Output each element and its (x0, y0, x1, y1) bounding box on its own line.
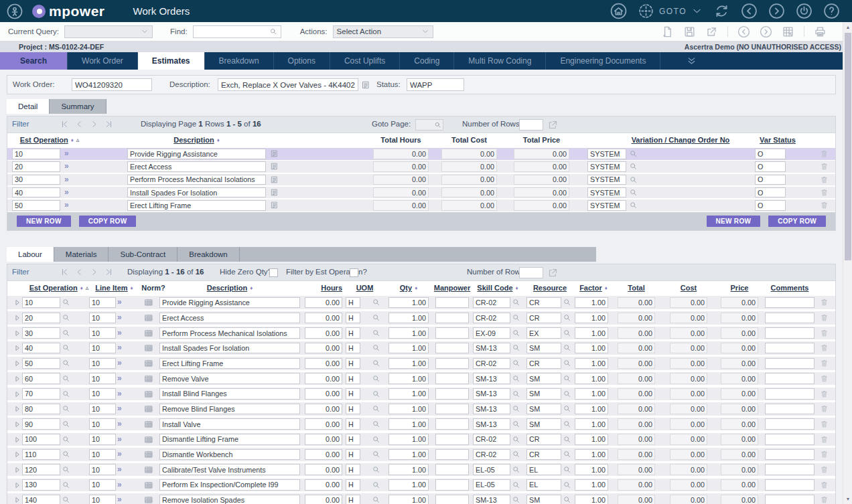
nav-tab[interactable]: Work Order (68, 52, 138, 70)
description-input[interactable] (159, 479, 300, 491)
resource-input[interactable] (526, 418, 561, 430)
manpower-input[interactable] (435, 418, 469, 430)
search-icon[interactable] (512, 420, 520, 428)
search-icon[interactable] (512, 495, 520, 504)
search-icon[interactable] (372, 435, 380, 444)
table-row[interactable] (7, 402, 835, 416)
manpower-input[interactable] (435, 404, 469, 415)
manpower-input[interactable] (435, 449, 469, 460)
new-row-button[interactable]: NEW ROW (17, 216, 71, 227)
skill-code-input[interactable] (473, 479, 510, 491)
first-page-icon[interactable] (60, 268, 69, 276)
table-row[interactable] (7, 418, 835, 431)
table-row[interactable] (7, 174, 835, 186)
nav-tab[interactable]: Coding (400, 52, 454, 70)
search-icon[interactable] (512, 313, 520, 322)
description-input[interactable] (159, 373, 300, 384)
description-input[interactable] (159, 297, 300, 309)
qty-input[interactable] (388, 313, 429, 324)
comments-input[interactable] (765, 418, 814, 430)
skill-code-input[interactable] (473, 434, 510, 445)
memo-icon[interactable] (270, 149, 279, 158)
manpower-input[interactable] (435, 358, 469, 369)
qty-input[interactable] (388, 418, 429, 430)
drilldown-double-chevron-icon[interactable] (64, 161, 69, 171)
search-icon[interactable] (512, 343, 520, 352)
last-page-icon[interactable] (104, 120, 113, 129)
line-item-input[interactable] (89, 404, 116, 415)
est-operation-input[interactable] (22, 404, 60, 415)
spreadsheet-icon[interactable] (782, 25, 794, 38)
manpower-input[interactable] (435, 479, 469, 491)
description-input[interactable] (159, 358, 300, 369)
line-item-input[interactable] (89, 495, 116, 504)
search-icon[interactable] (629, 175, 638, 184)
search-icon[interactable] (512, 329, 520, 337)
trash-icon[interactable] (820, 465, 829, 474)
search-icon[interactable] (372, 465, 380, 474)
search-icon[interactable] (629, 162, 638, 171)
comments-input[interactable] (765, 313, 814, 324)
est-operation-input[interactable] (12, 175, 60, 185)
table-row[interactable] (7, 148, 835, 160)
uom-input[interactable] (346, 449, 360, 460)
norm-table-icon[interactable] (144, 450, 153, 459)
nav-tab[interactable]: Options (274, 52, 330, 70)
help-icon[interactable] (823, 3, 840, 19)
work-order-number-input[interactable] (72, 78, 152, 91)
actions-select[interactable]: Select Action (333, 25, 433, 38)
skill-code-input[interactable] (473, 297, 510, 309)
logout-power-icon[interactable] (796, 3, 812, 19)
line-item-input[interactable] (89, 343, 116, 354)
expand-caret-icon[interactable] (13, 344, 21, 352)
table-row[interactable] (7, 448, 835, 461)
factor-input[interactable] (575, 418, 608, 430)
trash-icon[interactable] (820, 329, 829, 337)
norm-table-icon[interactable] (144, 404, 153, 414)
expand-caret-icon[interactable] (13, 496, 21, 504)
trash-icon[interactable] (820, 359, 829, 367)
search-icon[interactable] (62, 343, 70, 352)
expand-caret-icon[interactable] (13, 359, 21, 367)
skill-code-input[interactable] (473, 388, 510, 400)
previous-record-icon[interactable] (737, 25, 750, 38)
table-row[interactable] (7, 388, 835, 401)
trash-icon[interactable] (820, 420, 829, 428)
est-operation-input[interactable] (22, 343, 60, 354)
manpower-input[interactable] (435, 313, 469, 324)
search-icon[interactable] (62, 329, 70, 337)
qty-input[interactable] (388, 495, 429, 504)
est-operation-input[interactable] (22, 358, 60, 369)
trash-icon[interactable] (820, 188, 829, 197)
variation-input[interactable] (587, 187, 626, 198)
memo-icon[interactable] (270, 175, 279, 184)
table-row[interactable] (7, 161, 835, 173)
resource-input[interactable] (526, 343, 561, 354)
number-of-rows-input[interactable] (519, 119, 543, 131)
trash-icon[interactable] (820, 450, 829, 458)
comments-input[interactable] (765, 388, 814, 400)
drilldown-double-chevron-icon[interactable] (117, 328, 122, 337)
search-icon[interactable] (629, 188, 638, 197)
table-row[interactable] (7, 327, 835, 340)
skill-code-input[interactable] (473, 449, 510, 460)
qty-input[interactable] (388, 434, 429, 445)
search-icon[interactable] (62, 481, 70, 489)
resource-input[interactable] (526, 404, 561, 415)
hours-input[interactable] (305, 373, 342, 384)
goto-control[interactable]: GOTO (638, 3, 703, 19)
memo-icon[interactable] (361, 80, 370, 90)
expand-caret-icon[interactable] (13, 436, 21, 444)
find-input[interactable] (193, 25, 281, 38)
uom-input[interactable] (346, 479, 360, 491)
resource-input[interactable] (526, 373, 561, 384)
skill-code-input[interactable] (473, 495, 510, 504)
uom-input[interactable] (346, 388, 360, 400)
var-status-input[interactable] (755, 175, 786, 185)
sort-diamond-icon[interactable] (68, 136, 74, 144)
search-icon[interactable] (62, 374, 70, 383)
work-order-description-input[interactable] (218, 78, 358, 91)
search-icon[interactable] (372, 298, 380, 307)
hours-input[interactable] (305, 343, 342, 354)
resource-input[interactable] (526, 313, 561, 324)
